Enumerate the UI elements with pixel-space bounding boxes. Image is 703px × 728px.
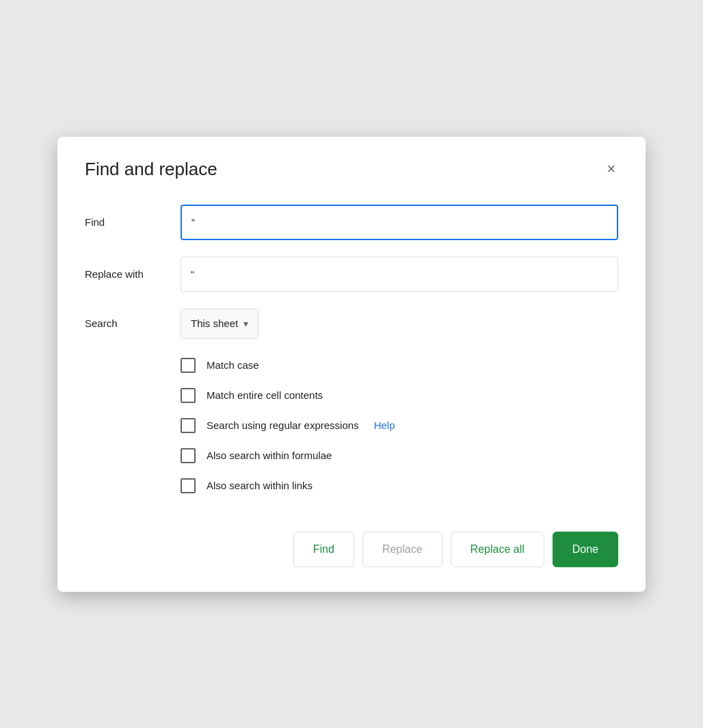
find-replace-dialog: Find and replace × Find Replace with Sea… xyxy=(57,137,646,592)
search-dropdown-value: This sheet xyxy=(191,317,238,329)
find-button[interactable]: Find xyxy=(293,532,354,567)
dialog-footer: Find Replace Replace all Done xyxy=(85,526,618,567)
checkbox-match-entire-row: Match entire cell contents xyxy=(181,388,618,403)
find-row: Find xyxy=(85,205,618,240)
dialog-header: Find and replace × xyxy=(85,159,618,180)
replace-with-label: Replace with xyxy=(85,268,181,280)
find-input[interactable] xyxy=(181,205,618,240)
search-dropdown[interactable]: This sheet ▾ xyxy=(181,309,258,339)
match-case-checkbox[interactable] xyxy=(181,358,196,373)
done-button[interactable]: Done xyxy=(553,532,618,567)
match-case-label: Match case xyxy=(207,359,259,371)
find-label: Find xyxy=(85,216,181,228)
match-entire-label: Match entire cell contents xyxy=(207,389,323,401)
replace-button: Replace xyxy=(362,532,442,567)
formulae-checkbox[interactable] xyxy=(181,448,196,463)
checkbox-links-row: Also search within links xyxy=(181,478,618,493)
close-icon: × xyxy=(607,161,615,177)
replace-all-button[interactable]: Replace all xyxy=(451,532,544,567)
checkbox-regex-row: Search using regular expressions Help xyxy=(181,418,618,433)
help-link[interactable]: Help xyxy=(374,419,395,431)
regex-checkbox[interactable] xyxy=(181,418,196,433)
close-button[interactable]: × xyxy=(604,159,618,179)
formulae-label: Also search within formulae xyxy=(207,450,332,461)
checkbox-match-case-row: Match case xyxy=(181,358,618,373)
links-label: Also search within links xyxy=(207,480,313,491)
regex-label: Search using regular expressions xyxy=(207,419,359,431)
search-label: Search xyxy=(85,317,181,329)
checkbox-formulae-row: Also search within formulae xyxy=(181,448,618,463)
dialog-title: Find and replace xyxy=(85,159,217,180)
links-checkbox[interactable] xyxy=(181,478,196,493)
replace-with-row: Replace with xyxy=(85,257,618,292)
checkboxes-section: Match case Match entire cell contents Se… xyxy=(181,358,618,493)
replace-with-input[interactable] xyxy=(181,257,618,292)
search-row: Search This sheet ▾ xyxy=(85,309,618,339)
match-entire-checkbox[interactable] xyxy=(181,388,196,403)
chevron-down-icon: ▾ xyxy=(243,318,248,329)
